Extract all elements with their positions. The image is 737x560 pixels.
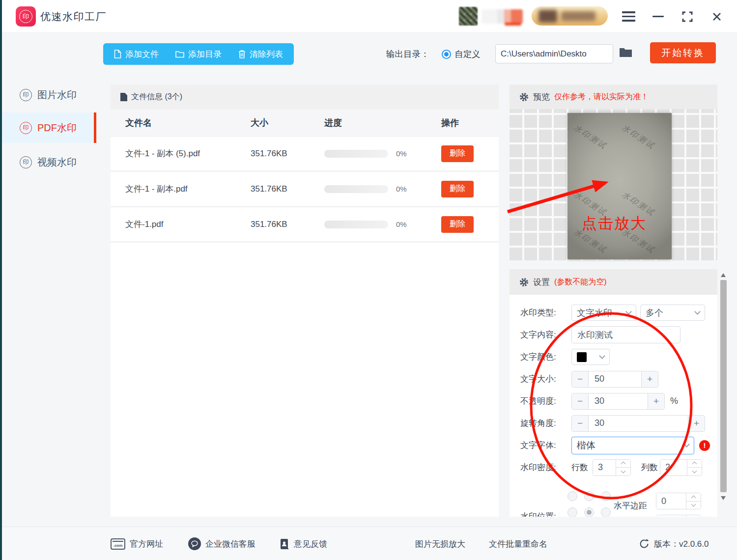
delete-button[interactable]: 删除	[441, 145, 474, 162]
spin-up-button[interactable]	[616, 460, 630, 468]
maximize-button[interactable]	[679, 8, 696, 25]
watermark-text: 水印测试	[572, 227, 609, 256]
clear-list-button[interactable]: 清除列表	[238, 49, 283, 60]
menu-button[interactable]	[620, 8, 637, 25]
settings-header: 设置 (参数不能为空)	[510, 269, 717, 295]
position-radio[interactable]	[567, 491, 577, 501]
watermark-text: 水印测试	[620, 227, 657, 256]
row-text-content: 文字内容:	[510, 324, 717, 346]
decrease-button[interactable]: −	[572, 416, 589, 431]
settings-title: 设置	[533, 277, 550, 288]
version-info: 版本：v2.0.6.0	[639, 527, 709, 560]
text-color-select[interactable]	[571, 349, 610, 365]
rows-label: 行数	[571, 462, 588, 473]
gear-icon	[519, 278, 529, 287]
maximize-icon	[682, 11, 693, 22]
progress-text: 0%	[396, 149, 407, 158]
table-row: 文件-1 - 副本.pdf 351.76KB 0% 删除	[111, 172, 499, 207]
image-upscale-link[interactable]: 图片无损放大	[415, 527, 465, 560]
decrease-button[interactable]: −	[572, 371, 589, 387]
batch-rename-link[interactable]: 文件批量重命名	[489, 527, 547, 560]
sidebar-item-pdf-watermark[interactable]: 印 PDF水印	[2, 112, 96, 143]
v-margin-input[interactable]	[656, 515, 686, 517]
opacity-input[interactable]	[589, 393, 648, 409]
spin-up-button[interactable]	[686, 515, 701, 517]
text-size-label: 文字大小:	[520, 373, 571, 385]
spin-up-button[interactable]	[686, 493, 701, 502]
add-directory-button[interactable]: 添加目录	[175, 49, 222, 60]
watermark-type-select[interactable]: 文字水印	[571, 305, 636, 321]
close-button[interactable]	[709, 8, 725, 25]
browse-folder-button[interactable]	[619, 47, 632, 57]
watermark-type-value: 文字水印	[577, 307, 612, 319]
rotation-stepper: − +	[571, 415, 705, 432]
vip-badge[interactable]	[532, 6, 608, 26]
minimize-button[interactable]	[650, 8, 666, 25]
settings-warning: (参数不能为空)	[554, 277, 607, 287]
increase-button[interactable]: +	[648, 393, 664, 409]
preview-page[interactable]: 水印测试 水印测试 水印测试 水印测试 水印测试 水印测试	[567, 113, 672, 259]
output-path-input[interactable]	[495, 44, 613, 63]
decrease-button[interactable]: −	[572, 393, 589, 409]
official-site-link[interactable]: .com 官方网址	[111, 527, 163, 560]
user-avatar[interactable]	[459, 7, 478, 26]
opacity-label: 不透明度:	[520, 395, 571, 407]
opacity-stepper: − +	[571, 393, 665, 410]
spin-down-button[interactable]	[616, 468, 630, 476]
gear-icon	[519, 92, 529, 102]
cols-input[interactable]	[660, 460, 687, 476]
delete-button[interactable]: 删除	[441, 181, 474, 197]
sidebar-item-label: 图片水印	[37, 88, 77, 102]
scroll-down-arrow-icon[interactable]	[721, 496, 726, 500]
watermark-count-select[interactable]: 多个	[640, 305, 705, 321]
settings-scrollbar[interactable]	[719, 271, 728, 502]
file-icon	[114, 50, 121, 58]
h-margin-input[interactable]	[656, 493, 686, 509]
text-size-input[interactable]	[589, 371, 641, 387]
wechat-icon	[188, 537, 201, 550]
text-size-stepper: − +	[571, 371, 658, 388]
position-radio[interactable]	[601, 491, 611, 501]
official-site-label: 官方网址	[130, 538, 163, 550]
seal-icon: 印	[20, 122, 32, 134]
file-size: 351.76KB	[251, 149, 324, 159]
user-name-blurred	[482, 9, 523, 24]
wechat-support-link[interactable]: 企业微信客服	[188, 527, 255, 560]
increase-button[interactable]: +	[641, 371, 658, 387]
delete-button[interactable]: 删除	[441, 216, 474, 233]
table-row: 文件-1.pdf 351.76KB 0% 删除	[111, 207, 499, 243]
feedback-link[interactable]: 意见反馈	[280, 527, 327, 560]
spin-up-button[interactable]	[687, 460, 702, 468]
position-radio[interactable]	[567, 507, 577, 517]
seal-icon: 印	[20, 156, 32, 168]
preview-warning: 仅作参考，请以实际为准！	[554, 92, 649, 102]
clear-list-label: 清除列表	[250, 49, 283, 60]
spin-down-button[interactable]	[687, 468, 702, 476]
row-position: 水印位置: 水平边距 垂直边距	[510, 480, 717, 517]
position-radio[interactable]	[584, 491, 594, 501]
position-radio-selected[interactable]	[584, 507, 594, 517]
increase-button[interactable]: +	[688, 416, 705, 431]
start-convert-button[interactable]: 开始转换	[650, 42, 716, 63]
watermark-text: 水印测试	[620, 190, 657, 219]
font-select[interactable]: 楷体	[571, 437, 694, 454]
file-name: 文件-1 - 副本 (5).pdf	[125, 148, 251, 159]
text-content-input[interactable]	[571, 326, 680, 343]
custom-output-radio[interactable]: 自定义	[442, 43, 481, 65]
folder-icon	[175, 50, 184, 58]
spin-down-button[interactable]	[686, 502, 701, 509]
chevron-down-icon	[599, 353, 605, 359]
position-radio[interactable]	[601, 507, 611, 517]
rows-spinner	[593, 459, 631, 476]
scrollbar-thumb[interactable]	[720, 280, 727, 492]
add-file-button[interactable]: 添加文件	[114, 49, 159, 60]
progress-bar	[324, 221, 388, 228]
rotation-input[interactable]	[589, 416, 688, 431]
scroll-up-arrow-icon[interactable]	[721, 273, 726, 277]
seal-icon: 印	[20, 89, 32, 101]
sidebar-item-image-watermark[interactable]: 印 图片水印	[2, 80, 96, 110]
sidebar-item-video-watermark[interactable]: 印 视频水印	[2, 147, 96, 177]
row-rotation: 旋转角度: − +	[510, 412, 717, 434]
output-dir-label: 输出目录：	[386, 43, 429, 65]
rows-input[interactable]	[593, 460, 616, 476]
